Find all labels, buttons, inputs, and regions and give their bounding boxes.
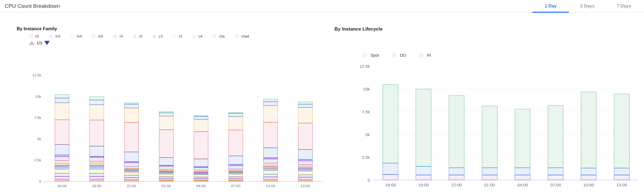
bar-segment-m4[interactable] — [194, 119, 208, 132]
legend-item-RI[interactable]: RI — [419, 53, 431, 58]
bar-segment-RI[interactable] — [614, 175, 630, 180]
bar-segment-c3[interactable] — [90, 157, 104, 161]
bar-segment-r4[interactable] — [194, 159, 208, 167]
legend-item-OD[interactable]: OD — [392, 53, 406, 58]
legend-item-c5[interactable]: c5 — [29, 34, 39, 38]
tab-7-days[interactable]: 7 Days — [606, 0, 642, 12]
bar-segment[interactable] — [90, 176, 104, 179]
bar-segment[interactable] — [229, 174, 243, 177]
legend-item-r3[interactable]: r3 — [173, 34, 182, 38]
bar-segment-OD[interactable] — [548, 168, 563, 175]
bar-segment[interactable] — [55, 173, 69, 176]
bar-segment-OD[interactable] — [416, 166, 431, 175]
bar-segment-m3[interactable] — [90, 100, 104, 105]
bar-segment-r3[interactable] — [55, 161, 69, 163]
bar-segment-m3[interactable] — [159, 113, 174, 116]
bar-segment-Spot[interactable] — [482, 106, 497, 168]
legend-item-m3[interactable]: m3 — [49, 34, 60, 38]
bar-segment-m4[interactable] — [124, 108, 139, 122]
bar-10:00[interactable] — [263, 99, 278, 181]
bar-04:00[interactable] — [515, 109, 530, 180]
bar-segment-OD[interactable] — [449, 168, 464, 175]
bar-segment[interactable] — [263, 174, 278, 177]
legend-item-c5a[interactable]: c5a — [212, 34, 225, 38]
bar-segment-m5[interactable] — [298, 123, 313, 149]
bar-segment-r4[interactable] — [298, 149, 313, 159]
bar-segment-m5[interactable] — [55, 120, 69, 144]
bar-segment[interactable] — [263, 180, 278, 181]
bar-segment-c4[interactable] — [55, 163, 69, 165]
legend-item-c5ad[interactable]: c5ad — [235, 34, 249, 38]
bar-segment-m4[interactable] — [159, 116, 174, 130]
bar-19:00[interactable] — [416, 89, 431, 180]
bar-segment-c3[interactable] — [263, 159, 278, 163]
bar-01:00[interactable] — [159, 111, 174, 181]
bar-segment-m3[interactable] — [124, 104, 139, 108]
bar-segment[interactable] — [159, 174, 174, 177]
bar-segment-c5[interactable] — [55, 94, 69, 98]
bar-segment-Spot[interactable] — [449, 95, 464, 168]
bar-segment-r4[interactable] — [90, 146, 104, 156]
legend-next-icon[interactable] — [44, 41, 50, 45]
bar-segment-RI[interactable] — [548, 175, 563, 180]
bar-segment-Spot[interactable] — [548, 105, 563, 168]
bar-segment-m5[interactable] — [263, 122, 278, 148]
bar-segment-RI[interactable] — [383, 174, 398, 180]
bar-segment[interactable] — [298, 171, 313, 175]
bar-segment-m5[interactable] — [194, 132, 208, 159]
bar-22:00[interactable] — [449, 95, 464, 180]
bar-segment-RI[interactable] — [416, 175, 431, 180]
bar-segment-Spot[interactable] — [383, 84, 398, 163]
tab-1-day[interactable]: 1 Day — [532, 0, 569, 12]
bar-segment-c3[interactable] — [229, 166, 243, 169]
bar-segment-m4[interactable] — [229, 117, 243, 130]
bar-segment-Spot[interactable] — [614, 94, 630, 168]
bar-segment[interactable] — [124, 180, 139, 181]
bar-segment[interactable] — [194, 181, 208, 181]
bar-segment[interactable] — [55, 180, 69, 181]
bar-segment-m5[interactable] — [229, 130, 243, 156]
bar-segment-m3[interactable] — [194, 116, 208, 119]
bar-segment-OD[interactable] — [383, 163, 398, 174]
bar-segment-RI[interactable] — [482, 175, 497, 180]
bar-segment[interactable] — [124, 178, 139, 180]
bar-segment-m3[interactable] — [55, 98, 69, 103]
bar-segment-OD[interactable] — [614, 168, 630, 175]
bar-segment-OD[interactable] — [581, 168, 596, 175]
bar-segment-RI[interactable] — [515, 175, 530, 180]
bar-segment-c4[interactable] — [90, 163, 104, 165]
legend-item-c3[interactable]: c3 — [152, 34, 163, 38]
legend-item-r4[interactable]: r4 — [113, 34, 123, 38]
bar-segment-OD[interactable] — [515, 168, 530, 175]
bar-segment[interactable] — [55, 169, 69, 173]
bar-segment-m5[interactable] — [90, 120, 104, 146]
bar-segment[interactable] — [124, 172, 139, 175]
bar-segment-r4[interactable] — [124, 152, 139, 162]
legend-item-m5[interactable]: m5 — [92, 34, 103, 38]
bar-segment[interactable] — [298, 177, 313, 180]
bar-07:00[interactable] — [548, 105, 563, 180]
bar-segment[interactable] — [55, 176, 69, 179]
bar-19:00[interactable] — [90, 97, 104, 181]
bar-segment-m3[interactable] — [229, 113, 243, 117]
legend-prev-icon[interactable] — [29, 41, 34, 45]
bar-segment[interactable] — [263, 171, 278, 174]
bar-segment[interactable] — [90, 169, 104, 173]
legend-item-r5[interactable]: r5 — [133, 34, 142, 38]
bar-segment-m3[interactable] — [263, 102, 278, 106]
bar-10:00[interactable] — [581, 92, 596, 180]
bar-segment-m3[interactable] — [298, 104, 313, 108]
bar-segment-c3[interactable] — [194, 168, 208, 171]
bar-segment-c3[interactable] — [159, 166, 174, 169]
bar-13:00[interactable] — [614, 94, 630, 180]
bar-segment[interactable] — [90, 180, 104, 181]
bar-segment-r4[interactable] — [229, 156, 243, 164]
legend-item-m4[interactable]: m4 — [70, 34, 82, 38]
tab-3-days[interactable]: 3 Days — [569, 0, 606, 12]
bar-segment-c3[interactable] — [55, 156, 69, 161]
bar-07:00[interactable] — [229, 112, 243, 181]
bar-segment-r4[interactable] — [55, 144, 69, 155]
bar-segment[interactable] — [229, 181, 243, 181]
bar-segment-c5[interactable] — [298, 102, 313, 104]
legend-item-Spot[interactable]: Spot — [362, 53, 379, 58]
